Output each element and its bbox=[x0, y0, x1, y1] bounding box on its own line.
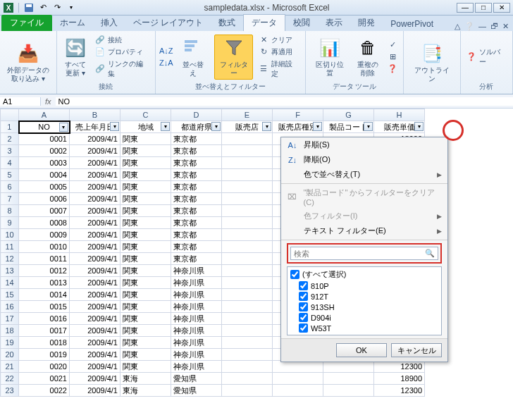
cell-D23[interactable]: 愛知県 bbox=[171, 385, 222, 397]
cell-D21[interactable]: 神奈川県 bbox=[171, 361, 222, 373]
cell-A14[interactable]: 0013 bbox=[19, 277, 70, 289]
cell-D16[interactable]: 神奈川県 bbox=[171, 301, 222, 313]
checkbox-810P[interactable] bbox=[299, 281, 308, 290]
row-header-5[interactable]: 5 bbox=[1, 169, 19, 181]
wb-close-icon[interactable]: ✕ bbox=[502, 22, 509, 31]
cell-A16[interactable]: 0015 bbox=[19, 301, 70, 313]
cell-H23[interactable]: 12300 bbox=[374, 385, 425, 397]
cell-D5[interactable]: 東京都 bbox=[171, 169, 222, 181]
row-header-22[interactable]: 22 bbox=[1, 373, 19, 385]
cell-E5[interactable] bbox=[222, 169, 273, 181]
cell-C18[interactable]: 関東 bbox=[120, 325, 171, 337]
save-icon[interactable] bbox=[23, 2, 35, 13]
cell-E16[interactable] bbox=[222, 301, 273, 313]
cell-B16[interactable]: 2009/4/1 bbox=[70, 301, 120, 313]
cell-E11[interactable] bbox=[222, 241, 273, 253]
row-header-1[interactable]: 1 bbox=[1, 121, 19, 133]
cell-E18[interactable] bbox=[222, 325, 273, 337]
row-header-17[interactable]: 17 bbox=[1, 313, 19, 325]
cell-E22[interactable] bbox=[222, 373, 273, 385]
filter-arrow-H[interactable]: ▾ bbox=[414, 122, 424, 131]
cell-A13[interactable]: 0012 bbox=[19, 265, 70, 277]
tab-home[interactable]: ホーム bbox=[52, 15, 93, 31]
row-header-10[interactable]: 10 bbox=[1, 229, 19, 241]
cell-C19[interactable]: 関東 bbox=[120, 337, 171, 349]
cell-G22[interactable] bbox=[323, 373, 374, 385]
sort-za-button[interactable]: Z↓A bbox=[160, 57, 173, 68]
filter-arrow-F[interactable]: ▾ bbox=[313, 122, 322, 131]
cell-D18[interactable]: 神奈川県 bbox=[171, 325, 222, 337]
excel-icon[interactable]: X bbox=[3, 2, 14, 13]
col-header-H[interactable]: H bbox=[374, 109, 425, 121]
cell-A21[interactable]: 0020 bbox=[19, 361, 70, 373]
cell-D6[interactable]: 東京都 bbox=[171, 181, 222, 193]
solver-button[interactable]: ❓ソルバー bbox=[465, 47, 508, 68]
cell-A5[interactable]: 0004 bbox=[19, 169, 70, 181]
row-header-4[interactable]: 4 bbox=[1, 157, 19, 169]
filter-search-input[interactable] bbox=[294, 249, 425, 258]
cell-A6[interactable]: 0005 bbox=[19, 181, 70, 193]
cell-C20[interactable]: 関東 bbox=[120, 349, 171, 361]
cell-F23[interactable] bbox=[273, 385, 323, 397]
maximize-button[interactable]: □ bbox=[475, 3, 492, 13]
filter-arrow-E[interactable]: ▾ bbox=[262, 122, 271, 131]
cell-D11[interactable]: 東京都 bbox=[171, 241, 222, 253]
refresh-all-button[interactable]: 🔄 すべて 更新 ▾ bbox=[61, 35, 89, 79]
header-cell-E[interactable]: 販売店▾ bbox=[222, 121, 273, 133]
header-cell-G[interactable]: 製品コード▾ bbox=[323, 121, 374, 133]
cell-B12[interactable]: 2009/4/1 bbox=[70, 253, 120, 265]
cell-C21[interactable]: 関東 bbox=[120, 361, 171, 373]
select-all-cell[interactable] bbox=[1, 109, 19, 121]
cell-D4[interactable]: 東京都 bbox=[171, 157, 222, 169]
close-button[interactable]: ✕ bbox=[493, 3, 510, 13]
sort-az-button[interactable]: A↓Z bbox=[160, 45, 173, 56]
cell-C7[interactable]: 関東 bbox=[120, 193, 171, 205]
reapply-filter-button[interactable]: ↻再適用 bbox=[257, 47, 300, 58]
filter-arrow-G[interactable]: ▾ bbox=[364, 122, 373, 131]
cell-E10[interactable] bbox=[222, 229, 273, 241]
undo-icon[interactable]: ↶ bbox=[37, 2, 49, 13]
cell-D19[interactable]: 神奈川県 bbox=[171, 337, 222, 349]
cell-C6[interactable]: 関東 bbox=[120, 181, 171, 193]
cell-D10[interactable]: 東京都 bbox=[171, 229, 222, 241]
cell-C15[interactable]: 関東 bbox=[120, 289, 171, 301]
row-header-18[interactable]: 18 bbox=[1, 325, 19, 337]
cell-A12[interactable]: 0011 bbox=[19, 253, 70, 265]
cell-C5[interactable]: 関東 bbox=[120, 169, 171, 181]
cell-B2[interactable]: 2009/4/1 bbox=[70, 133, 120, 145]
cell-B22[interactable]: 2009/4/1 bbox=[70, 373, 120, 385]
cell-D13[interactable]: 神奈川県 bbox=[171, 265, 222, 277]
cell-E15[interactable] bbox=[222, 289, 273, 301]
cell-E23[interactable] bbox=[222, 385, 273, 397]
cell-E12[interactable] bbox=[222, 253, 273, 265]
cell-B15[interactable]: 2009/4/1 bbox=[70, 289, 120, 301]
cell-C12[interactable]: 関東 bbox=[120, 253, 171, 265]
checkbox-912T[interactable] bbox=[299, 292, 308, 301]
qat-customize-icon[interactable]: ▾ bbox=[66, 2, 77, 13]
tab-view[interactable]: 表示 bbox=[318, 15, 350, 31]
col-header-G[interactable]: G bbox=[323, 109, 374, 121]
filter-arrow-A[interactable]: ▾ bbox=[59, 123, 68, 132]
cell-B19[interactable]: 2009/4/1 bbox=[70, 337, 120, 349]
edit-links-button[interactable]: 🔗リンクの編集 bbox=[94, 58, 151, 80]
ok-button[interactable]: OK bbox=[336, 343, 387, 357]
cell-D22[interactable]: 愛知県 bbox=[171, 373, 222, 385]
row-header-15[interactable]: 15 bbox=[1, 289, 19, 301]
filter-search-box[interactable]: 🔍 bbox=[290, 247, 438, 260]
row-header-2[interactable]: 2 bbox=[1, 133, 19, 145]
sort-desc-menuitem[interactable]: Z↓降順(O) bbox=[281, 152, 447, 167]
col-header-A[interactable]: A bbox=[19, 109, 70, 121]
cell-D17[interactable]: 神奈川県 bbox=[171, 313, 222, 325]
header-cell-C[interactable]: 地域▾ bbox=[120, 121, 171, 133]
sort-by-color-menuitem[interactable]: 色で並べ替え(T)▶ bbox=[281, 167, 447, 182]
whatif-button[interactable]: ❓ bbox=[386, 63, 399, 75]
checkbox-W53T[interactable] bbox=[299, 323, 308, 333]
text-filter-menuitem[interactable]: テキスト フィルター(E)▶ bbox=[281, 223, 447, 238]
cell-B9[interactable]: 2009/4/1 bbox=[70, 217, 120, 229]
col-header-E[interactable]: E bbox=[222, 109, 273, 121]
tab-file[interactable]: ファイル bbox=[1, 15, 52, 31]
cancel-button[interactable]: キャンセル bbox=[391, 343, 442, 357]
col-header-D[interactable]: D bbox=[171, 109, 222, 121]
ribbon-minimize-icon[interactable]: △ bbox=[455, 22, 460, 31]
connections-button[interactable]: 🔗接続 bbox=[94, 35, 151, 46]
